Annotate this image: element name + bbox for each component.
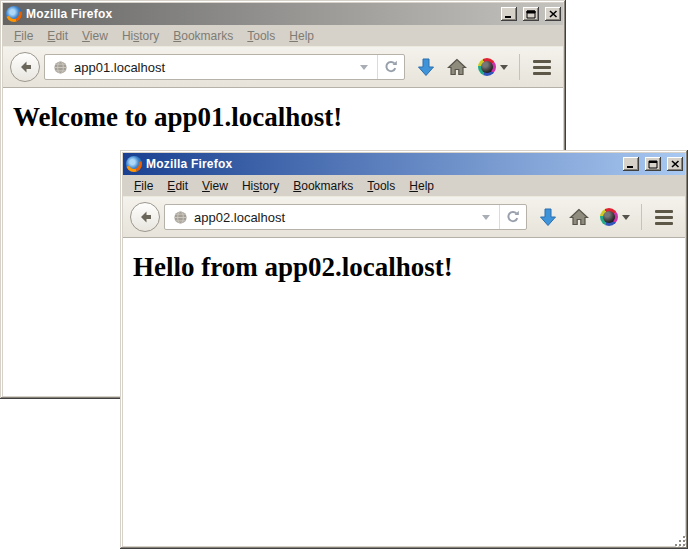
menu-label-part: dit	[55, 29, 68, 43]
dropdown-triangle-icon	[360, 65, 368, 70]
back-button[interactable]	[10, 52, 40, 82]
menu-item-bookmarks[interactable]: Bookmarks	[166, 27, 240, 45]
menu-item-help[interactable]: Help	[282, 27, 321, 45]
window-title: Mozilla Firefox	[26, 7, 112, 21]
addon-dropdown-caret-icon	[622, 215, 630, 220]
menu-label-part: ile	[21, 29, 33, 43]
toolbar-separator	[641, 204, 642, 230]
page-heading: Welcome to app01.localhost!	[13, 102, 563, 133]
menu-item-file[interactable]: File	[127, 177, 160, 195]
downloads-button[interactable]	[416, 57, 436, 78]
home-button[interactable]	[569, 208, 589, 226]
menu-label-part: H	[409, 179, 418, 193]
menu-item-bookmarks[interactable]: Bookmarks	[286, 177, 360, 195]
resize-grip[interactable]	[673, 534, 686, 547]
hamburger-bar	[533, 60, 551, 63]
addon-color-wheel-icon	[478, 58, 496, 76]
menu-label-part: V	[202, 179, 210, 193]
close-button[interactable]	[667, 157, 683, 171]
maximize-button[interactable]	[645, 157, 661, 171]
menu-label-part: iew	[90, 29, 108, 43]
menu-label-part: tory	[139, 29, 159, 43]
open-menu-button[interactable]	[653, 208, 675, 227]
url-bar[interactable]: app01.localhost	[44, 54, 405, 80]
url-text: app02.localhost	[194, 210, 285, 225]
maximize-button[interactable]	[523, 7, 539, 21]
back-button[interactable]	[130, 202, 160, 232]
browser-window-app02: Mozilla Firefox File Edit View History B…	[120, 150, 688, 549]
minimize-button[interactable]	[501, 7, 517, 21]
navigation-toolbar: app02.localhost	[123, 196, 685, 238]
menu-item-history[interactable]: History	[235, 177, 286, 195]
menu-item-history[interactable]: History	[115, 27, 166, 45]
home-icon	[569, 208, 589, 226]
url-text: app01.localhost	[74, 60, 165, 75]
menu-bar: File Edit View History Bookmarks Tools H…	[3, 25, 563, 46]
menu-item-file[interactable]: File	[7, 27, 40, 45]
close-button[interactable]	[545, 7, 561, 21]
back-arrow-icon	[137, 209, 153, 225]
menu-bar: File Edit View History Bookmarks Tools H…	[123, 175, 685, 196]
menu-label-part: tory	[259, 179, 279, 193]
navigation-toolbar: app01.localhost	[3, 46, 563, 88]
hamburger-bar	[655, 216, 673, 219]
window-title: Mozilla Firefox	[146, 157, 232, 171]
menu-label-part: dit	[175, 179, 188, 193]
url-bar[interactable]: app02.localhost	[164, 204, 527, 230]
hamburger-bar	[533, 72, 551, 75]
addon-button[interactable]	[478, 58, 508, 76]
hamburger-bar	[655, 210, 673, 213]
menu-label-part: elp	[418, 179, 434, 193]
url-history-dropdown[interactable]	[479, 209, 493, 226]
title-bar[interactable]: Mozilla Firefox	[3, 3, 563, 25]
addon-color-wheel-icon	[600, 208, 618, 226]
menu-label-part: H	[289, 29, 298, 43]
menu-item-help[interactable]: Help	[402, 177, 441, 195]
reload-icon	[384, 60, 398, 74]
reload-button[interactable]	[499, 205, 526, 229]
page-content-app02: Hello from app02.localhost!	[123, 238, 685, 546]
menu-label-part: ools	[253, 29, 275, 43]
menu-label-part: Hi	[242, 179, 253, 193]
hamburger-bar	[533, 66, 551, 69]
title-bar[interactable]: Mozilla Firefox	[123, 153, 685, 175]
menu-item-view[interactable]: View	[195, 177, 235, 195]
hamburger-bar	[655, 222, 673, 225]
reload-icon	[506, 210, 520, 224]
menu-item-edit[interactable]: Edit	[160, 177, 195, 195]
dropdown-triangle-icon	[482, 215, 490, 220]
menu-label-part: ookmarks	[301, 179, 353, 193]
back-arrow-icon	[17, 59, 33, 75]
download-arrow-icon	[416, 57, 436, 78]
toolbar-separator	[519, 54, 520, 80]
home-button[interactable]	[447, 58, 467, 76]
globe-icon[interactable]	[53, 60, 68, 75]
globe-icon[interactable]	[173, 210, 188, 225]
open-menu-button[interactable]	[531, 58, 553, 77]
firefox-logo-icon	[6, 6, 22, 22]
menu-item-view[interactable]: View	[75, 27, 115, 45]
reload-button[interactable]	[377, 55, 404, 79]
menu-label-part: iew	[210, 179, 228, 193]
menu-label-part: ools	[373, 179, 395, 193]
menu-item-edit[interactable]: Edit	[40, 27, 75, 45]
menu-label-part: ile	[141, 179, 153, 193]
addon-button[interactable]	[600, 208, 630, 226]
menu-item-tools[interactable]: Tools	[240, 27, 282, 45]
menu-label-part: ookmarks	[181, 29, 233, 43]
menu-label-part: V	[82, 29, 90, 43]
home-icon	[447, 58, 467, 76]
menu-label-part: Hi	[122, 29, 133, 43]
url-history-dropdown[interactable]	[357, 59, 371, 76]
firefox-logo-icon	[126, 156, 142, 172]
addon-dropdown-caret-icon	[500, 65, 508, 70]
minimize-button[interactable]	[623, 157, 639, 171]
downloads-button[interactable]	[538, 207, 558, 228]
menu-label-part: elp	[298, 29, 314, 43]
menu-item-tools[interactable]: Tools	[360, 177, 402, 195]
download-arrow-icon	[538, 207, 558, 228]
page-heading: Hello from app02.localhost!	[133, 252, 685, 283]
